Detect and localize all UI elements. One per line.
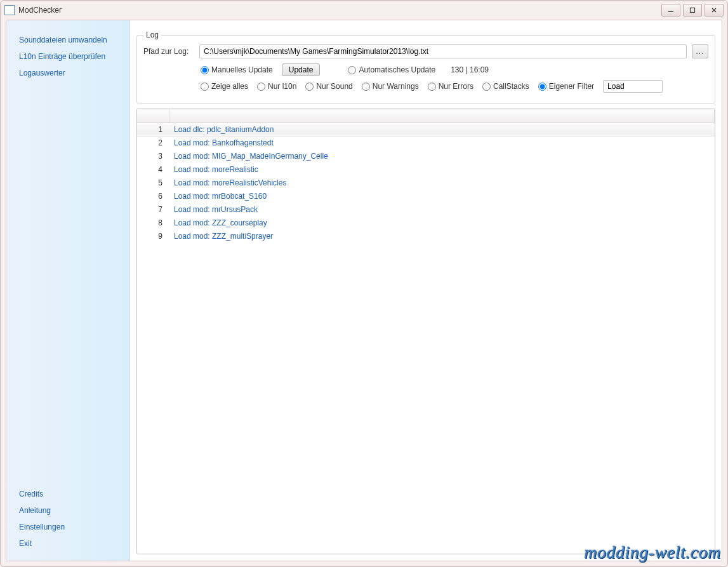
row-message: Load mod: moreRealistic bbox=[169, 163, 715, 176]
row-message: Load mod: mrUrsusPack bbox=[169, 203, 715, 216]
table-row[interactable]: 2Load mod: Bankofhagenstedt bbox=[137, 136, 715, 149]
table-row[interactable]: 3Load mod: MIG_Map_MadeInGermany_Celle bbox=[137, 149, 715, 163]
filter-all-label: Zeige alles bbox=[211, 82, 248, 91]
window-title: ModChecker bbox=[18, 6, 661, 15]
filter-l10n-input[interactable] bbox=[257, 83, 265, 91]
maximize-icon bbox=[689, 7, 696, 13]
sidebar-item-manual[interactable]: Anleitung bbox=[17, 502, 119, 519]
row-number: 9 bbox=[137, 229, 169, 243]
row-message: Load mod: MIG_Map_MadeInGermany_Celle bbox=[169, 149, 715, 163]
close-icon bbox=[711, 7, 717, 13]
radio-auto-update-label: Automatisches Update bbox=[359, 65, 435, 74]
minimize-icon bbox=[668, 7, 674, 13]
update-button[interactable]: Update bbox=[282, 63, 321, 76]
main-panel: Log Pfad zur Log: ... Manuelles Update U… bbox=[130, 20, 722, 561]
filter-warnings[interactable]: Nur Warnings bbox=[362, 82, 419, 91]
radio-auto-update[interactable]: Automatisches Update bbox=[348, 65, 435, 74]
filter-sound-label: Nur Sound bbox=[316, 82, 352, 91]
window-controls bbox=[661, 4, 724, 17]
path-label: Pfad zur Log: bbox=[143, 47, 194, 56]
radio-manual-update[interactable]: Manuelles Update bbox=[201, 65, 273, 74]
radio-manual-update-input[interactable] bbox=[201, 66, 209, 74]
table-row[interactable]: 4Load mod: moreRealistic bbox=[137, 163, 715, 176]
svg-rect-1 bbox=[691, 8, 695, 13]
sidebar-item-settings[interactable]: Einstellungen bbox=[17, 519, 119, 535]
app-icon bbox=[4, 5, 15, 15]
row-message: Load mod: ZZZ_courseplay bbox=[169, 216, 715, 229]
radio-auto-update-input[interactable] bbox=[348, 66, 356, 74]
grid-header-row[interactable] bbox=[137, 109, 715, 123]
table-row[interactable]: 8Load mod: ZZZ_courseplay bbox=[137, 216, 715, 229]
row-message: Load mod: ZZZ_multiSprayer bbox=[169, 229, 715, 243]
row-message: Load dlc: pdlc_titaniumAddon bbox=[169, 123, 715, 136]
row-number: 2 bbox=[137, 136, 169, 149]
log-path-input[interactable] bbox=[199, 44, 687, 58]
maximize-button[interactable] bbox=[683, 4, 702, 17]
table-row[interactable]: 7Load mod: mrUrsusPack bbox=[137, 203, 715, 216]
row-number: 1 bbox=[137, 123, 169, 136]
filter-l10n-label: Nur l10n bbox=[268, 82, 296, 91]
client-area: Sounddateien umwandeln L10n Einträge übe… bbox=[6, 20, 722, 561]
log-grid[interactable]: 1Load dlc: pdlc_titaniumAddon2Load mod: … bbox=[136, 109, 715, 554]
row-number: 6 bbox=[137, 189, 169, 203]
filter-callstacks-input[interactable] bbox=[482, 83, 491, 91]
close-button[interactable] bbox=[705, 4, 724, 17]
row-number: 8 bbox=[137, 216, 169, 229]
titlebar[interactable]: ModChecker bbox=[1, 1, 727, 20]
row-message: Load mod: Bankofhagenstedt bbox=[169, 136, 715, 149]
row-number: 3 bbox=[137, 149, 169, 163]
filter-all-input[interactable] bbox=[201, 83, 209, 91]
filter-l10n[interactable]: Nur l10n bbox=[257, 82, 296, 91]
sidebar-item-log-analyzer[interactable]: Logauswerter bbox=[17, 65, 119, 81]
row-number: 5 bbox=[137, 176, 169, 189]
filter-callstacks-label: CallStacks bbox=[493, 82, 529, 91]
app-window: ModChecker Sounddateien umwandeln L10n E… bbox=[0, 0, 728, 567]
sidebar-item-l10n-check[interactable]: L10n Einträge überprüfen bbox=[17, 48, 119, 65]
row-number: 7 bbox=[137, 203, 169, 216]
filter-callstacks[interactable]: CallStacks bbox=[482, 82, 529, 91]
log-group-legend: Log bbox=[143, 30, 161, 39]
filter-warnings-label: Nur Warnings bbox=[373, 82, 419, 91]
custom-filter-input[interactable] bbox=[603, 80, 663, 93]
row-message: Load mod: mrBobcat_S160 bbox=[169, 189, 715, 203]
sidebar: Sounddateien umwandeln L10n Einträge übe… bbox=[6, 20, 130, 561]
status-text: 130 | 16:09 bbox=[451, 65, 489, 74]
minimize-button[interactable] bbox=[661, 4, 680, 17]
filter-errors[interactable]: Nur Errors bbox=[428, 82, 473, 91]
filter-custom-input[interactable] bbox=[538, 83, 546, 91]
filter-errors-input[interactable] bbox=[428, 83, 436, 91]
filter-errors-label: Nur Errors bbox=[439, 82, 473, 91]
table-row[interactable]: 9Load mod: ZZZ_multiSprayer bbox=[137, 229, 715, 243]
sidebar-item-exit[interactable]: Exit bbox=[17, 535, 119, 552]
table-row[interactable]: 5Load mod: moreRealisticVehicles bbox=[137, 176, 715, 189]
row-message: Load mod: moreRealisticVehicles bbox=[169, 176, 715, 189]
filter-sound-input[interactable] bbox=[305, 83, 314, 91]
filter-warnings-input[interactable] bbox=[362, 83, 370, 91]
sidebar-item-sound-convert[interactable]: Sounddateien umwandeln bbox=[17, 32, 119, 48]
radio-manual-update-label: Manuelles Update bbox=[211, 65, 273, 74]
grid-header-num[interactable] bbox=[137, 109, 169, 123]
browse-button[interactable]: ... bbox=[692, 44, 708, 58]
table-row[interactable]: 6Load mod: mrBobcat_S160 bbox=[137, 189, 715, 203]
filter-custom-label: Eigener Filter bbox=[549, 82, 594, 91]
log-group: Log Pfad zur Log: ... Manuelles Update U… bbox=[136, 30, 715, 103]
table-row[interactable]: 1Load dlc: pdlc_titaniumAddon bbox=[137, 123, 715, 136]
filter-all[interactable]: Zeige alles bbox=[201, 82, 248, 91]
sidebar-item-credits[interactable]: Credits bbox=[17, 486, 119, 502]
row-number: 4 bbox=[137, 163, 169, 176]
filter-custom[interactable]: Eigener Filter bbox=[538, 82, 594, 91]
filter-sound[interactable]: Nur Sound bbox=[305, 82, 352, 91]
grid-header-msg[interactable] bbox=[169, 109, 715, 123]
